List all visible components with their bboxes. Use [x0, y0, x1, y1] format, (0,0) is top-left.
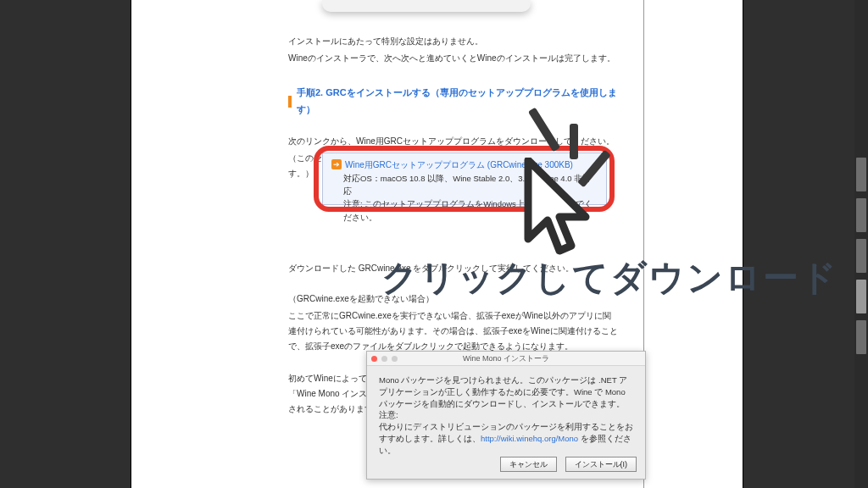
wine-mono-titlebar: Wine Mono インストーラ	[367, 352, 645, 366]
intro-text-1: インストールにあたって特別な設定はありません。	[288, 34, 618, 49]
step2-heading-text: 手順2. GRCをインストールする（専用のセットアッププログラムを使用します）	[297, 85, 618, 119]
wine-mono-cancel-button[interactable]: キャンセル	[500, 457, 557, 472]
thumb-2[interactable]	[856, 198, 866, 232]
download-file: (GRCwine.exe 300KB)	[487, 160, 573, 169]
wine-mono-install-button[interactable]: インストール(I)	[565, 457, 637, 472]
download-os: 対応OS：macOS 10.8 以降、Wine Stable 2.0、3.0 ※…	[331, 172, 598, 197]
thumb-4[interactable]	[856, 280, 866, 313]
wine-mono-warn-label: 注意:	[379, 410, 398, 419]
download-name: Wine用GRCセットアッププログラム	[345, 160, 485, 169]
wine-mono-title: Wine Mono インストーラ	[367, 353, 645, 364]
page-top-shadow	[322, 0, 531, 12]
wine-mono-link[interactable]: http://wiki.winehq.org/Mono	[481, 434, 578, 443]
download-arrow-icon: ➔	[331, 159, 342, 169]
cantrun-head: （GRCwine.exeを起動できない場合）	[288, 291, 618, 307]
thumb-1[interactable]	[856, 158, 866, 191]
intro-text-2: Wineのインストーラで、次へ次へと進めていくとWineのインストールは完了しま…	[288, 51, 618, 66]
wine-mono-dialog: Wine Mono インストーラ Mono パッケージを見つけられません。このパ…	[366, 351, 646, 480]
thumb-3[interactable]	[856, 239, 866, 273]
step2-lead: 次のリンクから、Wine用GRCセットアッププログラムをダウンロードしてください…	[288, 134, 618, 149]
download-box[interactable]: ➔Wine用GRCセットアッププログラム (GRCwine.exe 300KB)…	[322, 152, 607, 205]
thumbnail-strip	[854, 0, 868, 488]
cantrun-body: ここで正常にGRCwine.exeを実行できない場合、拡張子exeがWine以外…	[288, 308, 618, 354]
download-link[interactable]: ➔Wine用GRCセットアッププログラム (GRCwine.exe 300KB)	[331, 158, 598, 172]
download-caution: 注意: このセットアッププログラムをWindows上で実行しないでください。	[331, 197, 598, 223]
heading-accent-bar	[288, 96, 292, 108]
wine-mono-body: Mono パッケージを見つけられません。このパッケージは .NET アプリケーシ…	[379, 374, 633, 409]
step2-heading: 手順2. GRCをインストールする（専用のセットアッププログラムを使用します）	[288, 85, 618, 119]
thumb-5[interactable]	[856, 320, 866, 354]
after-download-text: ダウンロードした GRCwine.exe をダブルクリックして実行してください。	[288, 261, 618, 276]
